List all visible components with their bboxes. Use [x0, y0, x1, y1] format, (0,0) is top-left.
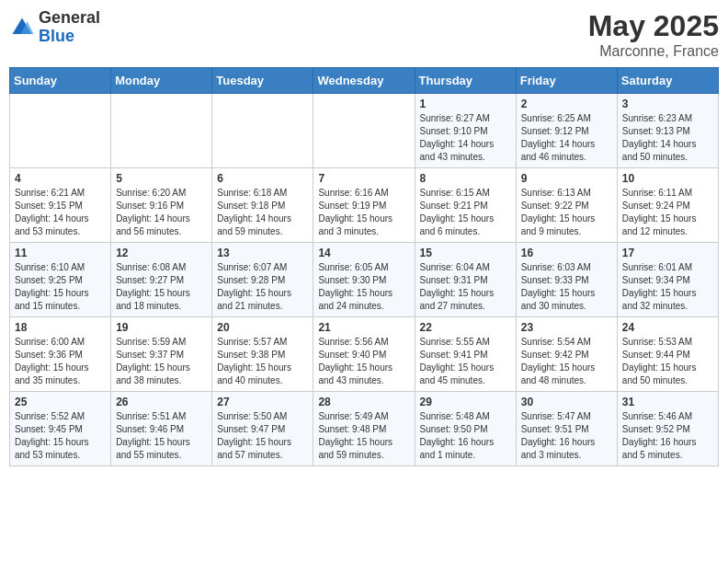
calendar-cell [212, 94, 313, 168]
day-number: 8 [420, 172, 511, 185]
day-header-wednesday: Wednesday [313, 68, 415, 94]
cell-content: Sunrise: 5:56 AM Sunset: 9:40 PM Dayligh… [318, 336, 409, 387]
location: Marconne, France [588, 43, 719, 60]
cell-content: Sunrise: 6:08 AM Sunset: 9:27 PM Dayligh… [116, 261, 207, 313]
month-year: May 2025 [588, 9, 719, 43]
cell-content: Sunrise: 5:51 AM Sunset: 9:46 PM Dayligh… [116, 410, 207, 462]
day-header-tuesday: Tuesday [212, 68, 313, 94]
cell-content: Sunrise: 5:54 AM Sunset: 9:42 PM Dayligh… [521, 336, 612, 387]
cell-content: Sunrise: 6:03 AM Sunset: 9:33 PM Dayligh… [521, 261, 612, 313]
day-number: 3 [622, 98, 713, 110]
day-number: 26 [116, 396, 207, 408]
day-number: 22 [420, 321, 511, 334]
calendar-cell: 5Sunrise: 6:20 AM Sunset: 9:16 PM Daylig… [111, 168, 212, 243]
calendar-cell: 24Sunrise: 5:53 AM Sunset: 9:44 PM Dayli… [617, 317, 718, 392]
cell-content: Sunrise: 5:57 AM Sunset: 9:38 PM Dayligh… [217, 336, 308, 387]
cell-content: Sunrise: 6:04 AM Sunset: 9:31 PM Dayligh… [420, 261, 511, 313]
calendar-cell: 18Sunrise: 6:00 AM Sunset: 9:36 PM Dayli… [10, 317, 111, 392]
week-row-2: 4Sunrise: 6:21 AM Sunset: 9:15 PM Daylig… [10, 168, 719, 243]
calendar-cell: 3Sunrise: 6:23 AM Sunset: 9:13 PM Daylig… [617, 94, 718, 168]
cell-content: Sunrise: 5:46 AM Sunset: 9:52 PM Dayligh… [622, 410, 713, 462]
calendar-cell: 11Sunrise: 6:10 AM Sunset: 9:25 PM Dayli… [10, 243, 111, 317]
day-header-friday: Friday [516, 68, 617, 94]
day-header-sunday: Sunday [10, 68, 111, 94]
day-number: 7 [318, 172, 409, 185]
day-number: 21 [318, 321, 409, 334]
calendar-cell: 26Sunrise: 5:51 AM Sunset: 9:46 PM Dayli… [111, 392, 212, 466]
cell-content: Sunrise: 6:20 AM Sunset: 9:16 PM Dayligh… [116, 187, 207, 238]
cell-content: Sunrise: 6:13 AM Sunset: 9:22 PM Dayligh… [521, 187, 612, 238]
calendar-cell: 28Sunrise: 5:49 AM Sunset: 9:48 PM Dayli… [313, 392, 415, 466]
day-header-saturday: Saturday [617, 68, 718, 94]
week-row-5: 25Sunrise: 5:52 AM Sunset: 9:45 PM Dayli… [10, 392, 719, 466]
cell-content: Sunrise: 6:00 AM Sunset: 9:36 PM Dayligh… [15, 336, 106, 387]
cell-content: Sunrise: 5:49 AM Sunset: 9:48 PM Dayligh… [318, 410, 409, 462]
day-number: 11 [15, 247, 106, 259]
day-number: 4 [15, 172, 106, 185]
day-number: 15 [420, 247, 511, 259]
day-header-thursday: Thursday [415, 68, 516, 94]
cell-content: Sunrise: 5:48 AM Sunset: 9:50 PM Dayligh… [420, 410, 511, 462]
day-number: 5 [116, 172, 207, 185]
week-row-3: 11Sunrise: 6:10 AM Sunset: 9:25 PM Dayli… [10, 243, 719, 317]
calendar-cell: 21Sunrise: 5:56 AM Sunset: 9:40 PM Dayli… [313, 317, 415, 392]
calendar-cell: 9Sunrise: 6:13 AM Sunset: 9:22 PM Daylig… [516, 168, 617, 243]
calendar-cell: 15Sunrise: 6:04 AM Sunset: 9:31 PM Dayli… [415, 243, 516, 317]
cell-content: Sunrise: 6:21 AM Sunset: 9:15 PM Dayligh… [15, 187, 106, 238]
day-number: 20 [217, 321, 308, 334]
logo-blue-text: Blue [39, 28, 100, 46]
calendar-cell: 27Sunrise: 5:50 AM Sunset: 9:47 PM Dayli… [212, 392, 313, 466]
calendar-cell: 29Sunrise: 5:48 AM Sunset: 9:50 PM Dayli… [415, 392, 516, 466]
calendar-cell [313, 94, 415, 168]
calendar-cell: 23Sunrise: 5:54 AM Sunset: 9:42 PM Dayli… [516, 317, 617, 392]
cell-content: Sunrise: 5:52 AM Sunset: 9:45 PM Dayligh… [15, 410, 106, 462]
cell-content: Sunrise: 6:23 AM Sunset: 9:13 PM Dayligh… [622, 112, 713, 164]
day-number: 31 [622, 396, 713, 408]
calendar-cell: 1Sunrise: 6:27 AM Sunset: 9:10 PM Daylig… [415, 94, 516, 168]
calendar-cell: 12Sunrise: 6:08 AM Sunset: 9:27 PM Dayli… [111, 243, 212, 317]
calendar-cell: 16Sunrise: 6:03 AM Sunset: 9:33 PM Dayli… [516, 243, 617, 317]
day-number: 30 [521, 396, 612, 408]
calendar-cell: 7Sunrise: 6:16 AM Sunset: 9:19 PM Daylig… [313, 168, 415, 243]
day-number: 23 [521, 321, 612, 334]
day-number: 24 [622, 321, 713, 334]
day-number: 6 [217, 172, 308, 185]
day-number: 27 [217, 396, 308, 408]
cell-content: Sunrise: 6:27 AM Sunset: 9:10 PM Dayligh… [420, 112, 511, 164]
calendar-cell: 8Sunrise: 6:15 AM Sunset: 9:21 PM Daylig… [415, 168, 516, 243]
calendar-cell: 6Sunrise: 6:18 AM Sunset: 9:18 PM Daylig… [212, 168, 313, 243]
day-number: 14 [318, 247, 409, 259]
cell-content: Sunrise: 6:18 AM Sunset: 9:18 PM Dayligh… [217, 187, 308, 238]
calendar-cell: 4Sunrise: 6:21 AM Sunset: 9:15 PM Daylig… [10, 168, 111, 243]
day-number: 19 [116, 321, 207, 334]
day-number: 13 [217, 247, 308, 259]
day-number: 17 [622, 247, 713, 259]
calendar-cell: 25Sunrise: 5:52 AM Sunset: 9:45 PM Dayli… [10, 392, 111, 466]
calendar-cell: 19Sunrise: 5:59 AM Sunset: 9:37 PM Dayli… [111, 317, 212, 392]
day-number: 1 [420, 98, 511, 110]
calendar-cell: 31Sunrise: 5:46 AM Sunset: 9:52 PM Dayli… [617, 392, 718, 466]
logo-text: General Blue [39, 9, 100, 46]
cell-content: Sunrise: 5:50 AM Sunset: 9:47 PM Dayligh… [217, 410, 308, 462]
day-number: 10 [622, 172, 713, 185]
calendar-cell: 30Sunrise: 5:47 AM Sunset: 9:51 PM Dayli… [516, 392, 617, 466]
cell-content: Sunrise: 6:10 AM Sunset: 9:25 PM Dayligh… [15, 261, 106, 313]
cell-content: Sunrise: 6:07 AM Sunset: 9:28 PM Dayligh… [217, 261, 308, 313]
calendar-cell [10, 94, 111, 168]
cell-content: Sunrise: 5:47 AM Sunset: 9:51 PM Dayligh… [521, 410, 612, 462]
calendar-cell: 2Sunrise: 6:25 AM Sunset: 9:12 PM Daylig… [516, 94, 617, 168]
day-number: 25 [15, 396, 106, 408]
logo-general-text: General [39, 9, 100, 28]
calendar-cell: 17Sunrise: 6:01 AM Sunset: 9:34 PM Dayli… [617, 243, 718, 317]
calendar-cell: 20Sunrise: 5:57 AM Sunset: 9:38 PM Dayli… [212, 317, 313, 392]
calendar-cell: 10Sunrise: 6:11 AM Sunset: 9:24 PM Dayli… [617, 168, 718, 243]
week-row-1: 1Sunrise: 6:27 AM Sunset: 9:10 PM Daylig… [10, 94, 719, 168]
day-number: 12 [116, 247, 207, 259]
cell-content: Sunrise: 6:16 AM Sunset: 9:19 PM Dayligh… [318, 187, 409, 238]
logo-icon [9, 15, 35, 40]
day-header-monday: Monday [111, 68, 212, 94]
day-number: 16 [521, 247, 612, 259]
day-number: 29 [420, 396, 511, 408]
cell-content: Sunrise: 5:55 AM Sunset: 9:41 PM Dayligh… [420, 336, 511, 387]
title-area: May 2025 Marconne, France [588, 9, 719, 60]
